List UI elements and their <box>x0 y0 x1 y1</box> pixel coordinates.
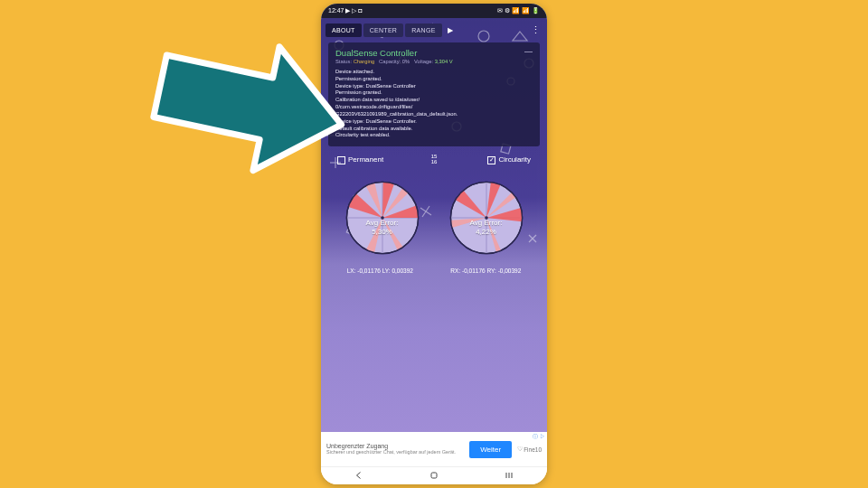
minimize-icon[interactable]: — <box>524 47 533 56</box>
stick-visualizers: Avg Error: 5,30% Avg Error: 4,22% <box>321 170 547 262</box>
ad-text: Unbegrenzter Zugang Sicherer und geschüt… <box>326 443 464 455</box>
app-viewport: ABOUT CENTER RANGE ▶ ⋮ — DualSense Contr… <box>321 18 547 466</box>
nav-recent-icon[interactable] <box>504 468 514 484</box>
phone-frame: 12:47 ▶ ▷ ◘ ✉ ⚙ 📶 📶 🔋 ABOUT <box>321 4 547 484</box>
device-panel: — DualSense Controller Status: Charging … <box>328 42 540 146</box>
svg-marker-0 <box>147 27 348 181</box>
options-row: 1516 Permanent ✓Circularity <box>321 146 547 169</box>
status-icons: ✉ ⚙ 📶 📶 🔋 <box>497 7 540 14</box>
device-status-line: Status: Charging Capacity: 0% Voltage: 3… <box>335 59 533 64</box>
nav-home-icon[interactable] <box>429 468 439 484</box>
tab-center[interactable]: CENTER <box>363 23 404 37</box>
left-stick-circle: Avg Error: 5,30% <box>342 177 423 258</box>
log-output: Device attached.Permission granted.Devic… <box>335 69 533 139</box>
tab-range[interactable]: RANGE <box>405 23 441 37</box>
pointer-arrow <box>140 27 348 181</box>
banner-ad[interactable]: ⓘ ▷ Unbegrenzter Zugang Sicherer und ges… <box>321 432 547 466</box>
sample-counter: 1516 <box>431 154 438 164</box>
nav-back-icon[interactable] <box>354 468 364 484</box>
tab-bar: ABOUT CENTER RANGE ▶ ⋮ <box>321 18 547 41</box>
ad-cta-button[interactable]: Weiter <box>469 441 512 458</box>
left-stick-readout: LX: -0,01176 LY: 0,00392 <box>347 267 413 274</box>
svg-rect-34 <box>431 473 437 478</box>
overflow-menu-icon[interactable]: ⋮ <box>455 24 542 36</box>
axis-readouts: LX: -0,01176 LY: 0,00392 RX: -0,01176 RY… <box>321 262 547 279</box>
device-title: DualSense Controller <box>335 48 533 58</box>
ad-info-icon[interactable]: ⓘ ▷ <box>533 433 545 441</box>
right-stick-readout: RX: -0,01176 RY: -0,00392 <box>450 267 521 274</box>
ad-brand: ♡ Fine10 <box>517 446 542 453</box>
android-nav-bar <box>321 466 547 484</box>
clock: 12:47 ▶ ▷ ◘ <box>328 7 363 14</box>
android-statusbar: 12:47 ▶ ▷ ◘ ✉ ⚙ 📶 📶 🔋 <box>321 4 547 18</box>
right-stick-circle: Avg Error: 4,22% <box>446 177 527 258</box>
circularity-checkbox[interactable]: ✓Circularity <box>487 155 531 164</box>
tab-next-icon[interactable]: ▶ <box>444 26 453 34</box>
